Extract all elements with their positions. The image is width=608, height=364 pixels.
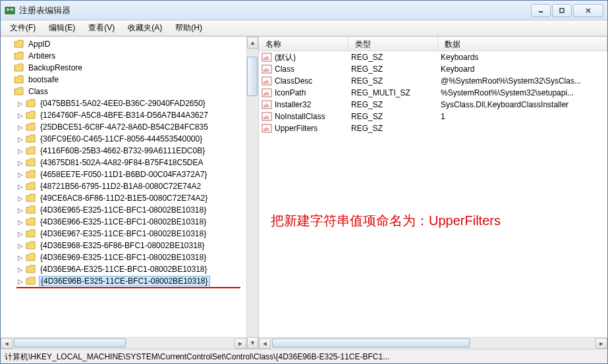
folder-icon <box>26 99 36 108</box>
menu-favorites[interactable]: 收藏夹(A) <box>121 21 169 35</box>
minimize-button[interactable] <box>531 4 551 17</box>
value-type: REG_SZ <box>348 76 438 86</box>
value-type: REG_MULTI_SZ <box>348 88 438 97</box>
tree-item[interactable]: ▷{4D36E96A-E325-11CE-BFC1-08002BE10318} <box>1 263 246 275</box>
tree-item[interactable]: bootsafe <box>1 74 246 86</box>
titlebar[interactable]: 注册表编辑器 <box>1 1 607 20</box>
tree-item[interactable]: ▷{48721B56-6795-11D2-B1A8-0080C72E74A2 <box>1 180 246 192</box>
regedit-icon <box>5 5 15 16</box>
expander-icon[interactable]: ▷ <box>16 147 24 155</box>
tree-item[interactable]: ▷{0475BB51-5A02-4EE0-B36C-29040FAD2650} <box>1 97 246 109</box>
expander-icon[interactable]: ▷ <box>16 170 24 178</box>
expander-icon[interactable]: ▷ <box>16 135 24 143</box>
value-type: REG_SZ <box>348 100 438 109</box>
value-row[interactable]: ClassDescREG_SZ@%SystemRoot%\System32\Sy… <box>259 75 607 87</box>
string-value-icon <box>262 99 272 110</box>
values-header[interactable]: 名称 类型 数据 <box>259 37 607 51</box>
tree-label: {4D36E967-E325-11CE-BFC1-08002BE10318} <box>39 229 207 238</box>
expander-icon[interactable]: ▷ <box>16 253 24 261</box>
tree-item[interactable]: ▷{4D36E969-E325-11CE-BFC1-08002BE10318} <box>1 251 246 263</box>
expander-icon[interactable] <box>5 40 13 48</box>
expander-icon[interactable] <box>5 76 13 84</box>
scroll-down-icon[interactable]: ▼ <box>247 337 258 349</box>
folder-icon <box>26 182 36 191</box>
tree-item[interactable]: AppID <box>1 38 246 50</box>
tree-label: {0475BB51-5A02-4EE0-B36C-29040FAD2650} <box>39 99 207 108</box>
tree-item[interactable]: ▷{4658EE7E-F050-11D1-B6BD-00C04FA372A7} <box>1 169 246 180</box>
scroll-left-icon[interactable]: ◄ <box>1 338 13 349</box>
expander-icon[interactable] <box>5 88 13 95</box>
col-name[interactable]: 名称 <box>259 37 348 51</box>
expander-icon[interactable]: ▷ <box>16 159 24 167</box>
expander-icon[interactable]: ▷ <box>16 242 24 249</box>
folder-icon <box>14 51 24 61</box>
menu-help[interactable]: 帮助(H) <box>169 21 209 35</box>
string-value-icon <box>262 111 272 122</box>
value-row[interactable]: Installer32REG_SZSysClass.Dll,KeyboardCl… <box>259 99 607 111</box>
tree-item[interactable]: Arbiters <box>1 50 246 62</box>
value-row[interactable]: ClassREG_SZKeyboard <box>259 63 607 75</box>
value-row[interactable]: (默认)REG_SZKeyboards <box>259 51 607 63</box>
maximize-button[interactable] <box>552 4 572 17</box>
close-button[interactable] <box>573 4 603 17</box>
tree-vscrollbar[interactable]: ▲ ▼ <box>246 37 258 349</box>
folder-icon <box>26 111 36 120</box>
expander-icon[interactable]: ▷ <box>16 194 24 202</box>
content-split: AppIDArbitersBackupRestorebootsafeClass▷… <box>1 36 607 349</box>
scroll-right-icon[interactable]: ► <box>235 338 246 349</box>
col-data[interactable]: 数据 <box>438 37 607 51</box>
folder-icon <box>14 63 24 72</box>
tree-item[interactable]: ▷{4D36E965-E325-11CE-BFC1-08002BE10318} <box>1 204 246 216</box>
expander-icon[interactable]: ▷ <box>16 230 24 238</box>
scroll-right-icon[interactable]: ► <box>595 338 607 349</box>
tree-item[interactable]: ▷{25DBCE51-6C8F-4A72-8A6D-B54C2B4FC835 <box>1 121 246 133</box>
value-data: SysClass.Dll,KeyboardClassInstaller <box>438 100 607 109</box>
menu-file[interactable]: 文件(F) <box>3 21 42 35</box>
expander-icon[interactable] <box>5 52 13 60</box>
tree-item[interactable]: ▷{36FC9E60-C465-11CF-8056-444553540000} <box>1 133 246 145</box>
tree-item[interactable]: BackupRestore <box>1 62 246 74</box>
scroll-up-icon[interactable]: ▲ <box>247 37 258 49</box>
string-value-icon <box>262 88 272 98</box>
tree-label: {36FC9E60-C465-11CF-8056-444553540000} <box>39 134 204 143</box>
value-row[interactable]: UpperFiltersREG_SZ <box>259 122 607 134</box>
value-row[interactable]: IconPathREG_MULTI_SZ%SystemRoot%\System3… <box>259 87 607 99</box>
expander-icon[interactable] <box>5 64 13 72</box>
values-hscrollbar[interactable]: ◄ ► <box>259 337 607 349</box>
tree-hscrollbar[interactable]: ◄ ► <box>1 337 246 349</box>
expander-icon[interactable]: ▷ <box>16 218 24 226</box>
folder-icon <box>26 122 36 132</box>
expander-icon[interactable]: ▷ <box>16 265 24 273</box>
value-name: Installer32 <box>275 100 311 109</box>
tree-label: {49CE6AC8-6F86-11D2-B1E5-0080C72E74A2} <box>39 194 209 203</box>
value-type: REG_SZ <box>348 53 438 62</box>
tree-item[interactable]: ▷{43675D81-502A-4A82-9F84-B75F418C5DEA <box>1 157 246 169</box>
tree-item[interactable]: ▷{1264760F-A5C8-4BFE-B314-D56A7B44A3627 <box>1 109 246 121</box>
tree-item[interactable]: ▷{4116F60B-25B3-4662-B732-99A6111EDC0B} <box>1 145 246 157</box>
value-type: REG_SZ <box>348 65 438 74</box>
tree-item[interactable]: ▷{4D36E967-E325-11CE-BFC1-08002BE10318} <box>1 228 246 240</box>
col-type[interactable]: 类型 <box>348 37 438 51</box>
expander-icon[interactable]: ▷ <box>16 277 24 285</box>
values-list[interactable]: (默认)REG_SZKeyboardsClassREG_SZKeyboardCl… <box>259 51 607 337</box>
annotation-text: 把新建字符串值项命名为：UpperFilters <box>271 212 501 230</box>
tree-item[interactable]: ▷{4D36E966-E325-11CE-BFC1-08002BE10318} <box>1 216 246 228</box>
tree-label: {25DBCE51-6C8F-4A72-8A6D-B54C2B4FC835 <box>39 122 209 132</box>
value-name: (默认) <box>275 52 296 63</box>
tree-item[interactable]: ▷{4D36E968-E325-6F86-BFC1-08002BE10318} <box>1 240 246 251</box>
scroll-left-icon[interactable]: ◄ <box>259 338 271 349</box>
value-row[interactable]: NoInstallClassREG_SZ1 <box>259 111 607 122</box>
tree-view[interactable]: AppIDArbitersBackupRestorebootsafeClass▷… <box>1 37 246 337</box>
tree-item[interactable]: ▷{49CE6AC8-6F86-11D2-B1E5-0080C72E74A2} <box>1 192 246 204</box>
expander-icon[interactable]: ▷ <box>16 111 24 119</box>
regedit-window: 注册表编辑器 文件(F) 编辑(E) 查看(V) 收藏夹(A) 帮助(H) Ap… <box>0 0 608 364</box>
tree-item[interactable]: ▷{4D36E96B-E325-11CE-BFC1-08002BE10318} <box>1 275 246 287</box>
menu-view[interactable]: 查看(V) <box>82 21 121 35</box>
menu-edit[interactable]: 编辑(E) <box>42 21 82 35</box>
tree-item[interactable]: Class <box>1 86 246 97</box>
expander-icon[interactable]: ▷ <box>16 182 24 190</box>
expander-icon[interactable]: ▷ <box>16 99 24 107</box>
value-type: REG_SZ <box>348 112 438 121</box>
expander-icon[interactable]: ▷ <box>16 123 24 131</box>
expander-icon[interactable]: ▷ <box>16 206 24 214</box>
